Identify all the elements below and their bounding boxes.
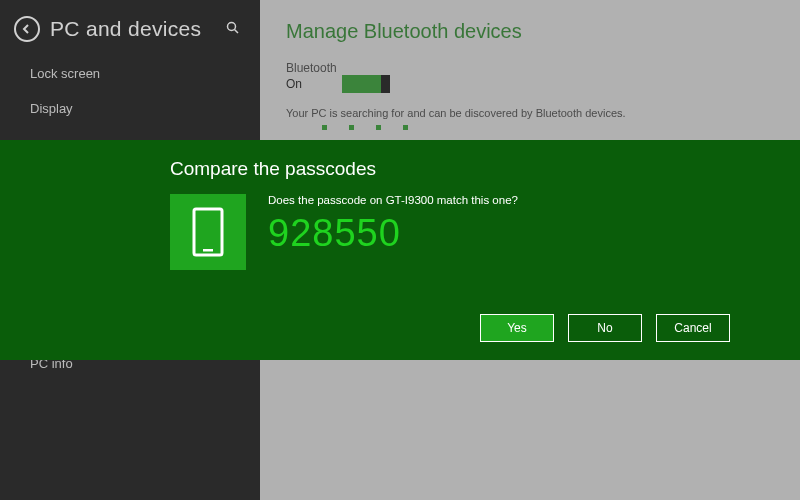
passcode: 928550 bbox=[268, 212, 518, 255]
yes-button[interactable]: Yes bbox=[480, 314, 554, 342]
phone-icon bbox=[170, 194, 246, 270]
svg-rect-3 bbox=[203, 249, 213, 252]
pair-dialog: Compare the passcodes Does the passcode … bbox=[0, 140, 800, 360]
dialog-title: Compare the passcodes bbox=[170, 158, 800, 180]
svg-rect-2 bbox=[194, 209, 222, 255]
dialog-question: Does the passcode on GT-I9300 match this… bbox=[268, 194, 518, 206]
cancel-button[interactable]: Cancel bbox=[656, 314, 730, 342]
no-button[interactable]: No bbox=[568, 314, 642, 342]
